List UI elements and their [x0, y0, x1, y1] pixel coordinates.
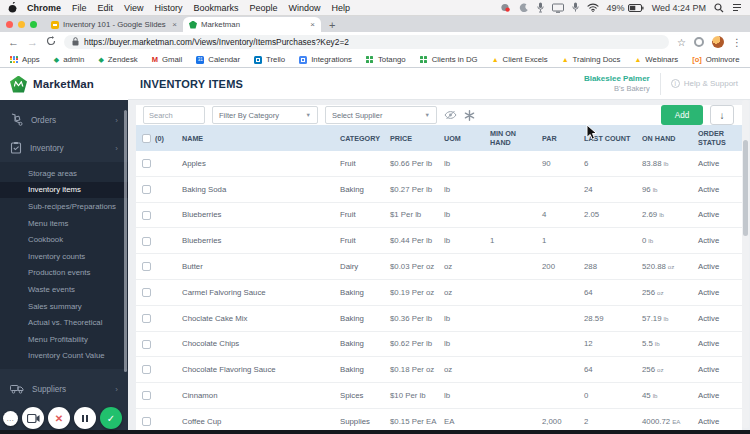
bookmark-trello[interactable]: Trello [254, 55, 285, 64]
sidebar-item-inventory-counts[interactable]: Inventory counts [0, 248, 128, 265]
chrome-menu-icon[interactable]: ⋮ [732, 37, 742, 48]
menu-history[interactable]: History [154, 3, 182, 13]
sidebar-item-cookbook[interactable]: Cookbook [0, 231, 128, 248]
sidebar-item-production-events[interactable]: Production events [0, 265, 128, 282]
table-row[interactable]: Chocolate Flavoring SauceBaking$0.18 Per… [136, 357, 742, 383]
reload-button[interactable] [46, 36, 56, 48]
column-header-on-hand[interactable]: ON HAND [642, 134, 698, 143]
recorder-camera-button[interactable] [22, 407, 44, 429]
table-row[interactable]: BlueberriesFruit$0.44 Per lblb110lbActiv… [136, 228, 742, 254]
bookmark-star-icon[interactable]: ☆ [677, 37, 686, 48]
row-checkbox[interactable] [142, 211, 151, 220]
table-row[interactable]: Carmel Falvoring SauceBaking$0.19 Per oz… [136, 280, 742, 306]
sidebar-item-orders[interactable]: Orders › [0, 106, 128, 134]
menu-people[interactable]: People [249, 3, 277, 13]
tab-marketman[interactable]: Marketman × [183, 17, 321, 32]
snowflake-freeze-icon[interactable] [464, 110, 475, 121]
bookmark-integrations[interactable]: Integrations [299, 55, 352, 64]
wifi-icon[interactable] [587, 3, 599, 12]
page-scrollbar-thumb[interactable] [743, 140, 748, 236]
column-header-price[interactable]: PRICE [390, 134, 444, 143]
menu-file[interactable]: File [72, 3, 87, 13]
user-menu[interactable]: Blakeslee Palmer B's Bakery [584, 74, 650, 93]
bookmark-gmail[interactable]: MGmail [152, 55, 183, 64]
column-header-order-status[interactable]: ORDER STATUS [698, 129, 742, 147]
sidebar-scrollbar[interactable] [124, 110, 127, 372]
input-source-icon[interactable] [572, 2, 579, 13]
apple-menu-icon[interactable] [8, 2, 17, 13]
spotlight-search-icon[interactable] [714, 3, 724, 13]
table-row[interactable]: Choclate Cake MixBaking$0.36 Per lblb28.… [136, 306, 742, 332]
sidebar-item-actual-vs-theoretical[interactable]: Actual vs. Theoretical [0, 314, 128, 331]
sidebar-item-waste-events[interactable]: Waste events [0, 281, 128, 298]
column-header-name[interactable]: NAME [182, 134, 340, 143]
recorder-more-button[interactable]: ... [3, 411, 18, 426]
bookmark-totango[interactable]: Totango [366, 55, 406, 64]
menu-view[interactable]: View [124, 3, 143, 13]
hide-items-eye-icon[interactable] [444, 110, 457, 120]
extension-icon[interactable] [694, 37, 704, 47]
bookmark-apps[interactable]: Apps [10, 55, 40, 64]
sidebar-item-storage-areas[interactable]: Storage areas [0, 165, 128, 182]
display-mirroring-icon[interactable] [552, 3, 564, 13]
microphone-icon[interactable] [537, 2, 544, 13]
recorder-cancel-button[interactable]: ✕ [48, 407, 70, 429]
tab-google-slides[interactable]: Inventory 101 - Google Slides × [45, 17, 183, 32]
do-not-disturb-moon-icon[interactable] [519, 3, 529, 13]
column-header-min-on-hand[interactable]: MIN ON HAND [490, 129, 542, 147]
minimize-window-button[interactable] [18, 21, 25, 28]
battery-indicator[interactable]: 49% [607, 3, 644, 13]
browser-profile-avatar[interactable] [712, 36, 724, 48]
supplier-filter-dropdown[interactable]: Select Supplier ▼ [325, 106, 437, 124]
table-row[interactable]: CinnamonSpices$10 Per lblb045lbActive [136, 383, 742, 409]
row-checkbox[interactable] [142, 417, 151, 426]
sidebar-item-sub-recipes-preparations[interactable]: Sub-recipes/Preparations [0, 198, 128, 215]
row-checkbox[interactable] [142, 185, 151, 194]
close-window-button[interactable] [6, 21, 13, 28]
menu-edit[interactable]: Edit [98, 3, 114, 13]
recording-status-icon[interactable] [500, 3, 511, 13]
row-checkbox[interactable] [142, 391, 151, 400]
add-item-button[interactable]: Add [661, 105, 703, 125]
bookmark-calendar[interactable]: 31Calendar [196, 55, 240, 64]
zoom-window-button[interactable] [30, 21, 37, 28]
row-checkbox[interactable] [142, 340, 151, 349]
table-row[interactable]: Baking SodaBaking$0.27 Per lblb2496lbAct… [136, 177, 742, 203]
row-checkbox[interactable] [142, 159, 151, 168]
help-support-button[interactable]: i Help & Support [671, 79, 738, 88]
column-header-last-count[interactable]: LAST COUNT [584, 134, 642, 143]
recorder-finish-button[interactable]: ✓ [100, 407, 122, 429]
row-checkbox[interactable] [142, 237, 151, 246]
bookmark-webinars[interactable]: ▲Webinars [634, 55, 678, 64]
sidebar-item-menu-profitability[interactable]: Menu Profitability [0, 331, 128, 348]
sidebar-item-inventory-count-value[interactable]: Inventory Count Value [0, 348, 128, 365]
menubar-clock[interactable]: Wed 4:24 PM [652, 3, 706, 13]
sidebar-item-inventory[interactable]: Inventory › [0, 134, 128, 162]
search-input[interactable] [143, 106, 205, 124]
notification-center-icon[interactable] [732, 3, 742, 12]
bookmark-clients-in-dg[interactable]: Clients in DG [420, 55, 478, 64]
tab-close-icon[interactable]: × [310, 20, 315, 29]
sidebar-item-sales-summary[interactable]: Sales summary [0, 298, 128, 315]
table-row[interactable]: Chocolate ChipsBaking$0.62 Per lblb125.5… [136, 332, 742, 358]
sidebar-item-suppliers[interactable]: Suppliers › [0, 375, 128, 403]
column-header-category[interactable]: CATEGORY [340, 134, 390, 143]
marketman-logo[interactable]: MarketMan [0, 68, 128, 100]
category-filter-dropdown[interactable]: Filter By Category ▼ [212, 106, 318, 124]
bookmark-training-docs[interactable]: ▲Training Docs [562, 55, 621, 64]
menu-window[interactable]: Window [288, 3, 320, 13]
row-checkbox[interactable] [142, 262, 151, 271]
select-all-checkbox[interactable] [142, 134, 151, 143]
recorder-pause-button[interactable] [74, 407, 96, 429]
bookmark-ominvore[interactable]: [o]Ominvore [692, 55, 739, 64]
bookmark-admin[interactable]: ◆admin [54, 55, 85, 64]
column-header-uom[interactable]: UOM [444, 134, 490, 143]
sidebar-item-inventory-items[interactable]: Inventory items [0, 182, 128, 199]
forward-button[interactable]: → [27, 37, 38, 48]
table-row[interactable]: ButterDairy$0.03 Per ozoz200288520.88ozA… [136, 254, 742, 280]
download-button[interactable]: ↓ [710, 105, 734, 125]
new-tab-button[interactable]: + [329, 18, 335, 32]
row-checkbox[interactable] [142, 314, 151, 323]
table-row[interactable]: ApplesFruit$0.66 Per lblb90683.88lbActiv… [136, 151, 742, 177]
active-app-name[interactable]: Chrome [27, 3, 61, 13]
